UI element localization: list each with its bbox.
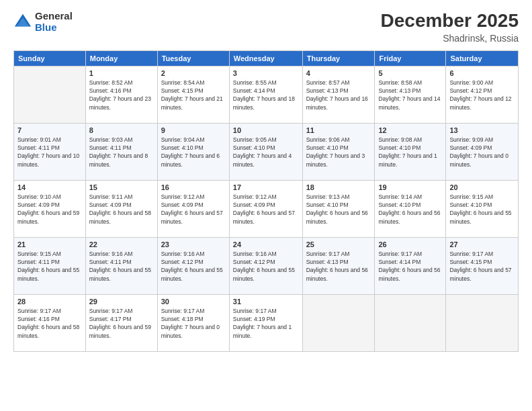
sunset-text: Sunset: 4:11 PM [89, 144, 132, 151]
cell-date-number: 20 [449, 183, 515, 191]
table-cell: 17Sunrise: 9:12 AMSunset: 4:09 PMDayligh… [229, 180, 302, 237]
cell-detail: Sunrise: 8:52 AMSunset: 4:16 PMDaylight:… [89, 79, 154, 111]
sunrise-text: Sunrise: 8:55 AM [233, 79, 277, 86]
sunset-text: Sunset: 4:11 PM [17, 144, 60, 151]
table-cell: 14Sunrise: 9:10 AMSunset: 4:09 PMDayligh… [14, 180, 86, 237]
daylight-text: Daylight: 7 hours and 14 minutes. [378, 95, 440, 110]
daylight-text: Daylight: 6 hours and 57 minutes. [233, 210, 295, 224]
table-cell: 13Sunrise: 9:09 AMSunset: 4:09 PMDayligh… [446, 123, 519, 180]
cell-date-number: 29 [89, 298, 154, 306]
cell-detail: Sunrise: 9:13 AMSunset: 4:10 PMDaylight:… [306, 193, 371, 226]
sunset-text: Sunset: 4:13 PM [306, 259, 349, 265]
cell-date-number: 7 [17, 126, 82, 134]
cell-detail: Sunrise: 9:01 AMSunset: 4:11 PMDaylight:… [17, 136, 82, 169]
cell-date-number: 16 [161, 183, 226, 191]
cell-date-number: 2 [161, 69, 226, 77]
daylight-text: Daylight: 6 hours and 59 minutes. [17, 210, 79, 224]
table-cell [302, 294, 375, 351]
daylight-text: Daylight: 7 hours and 16 minutes. [306, 95, 368, 110]
sunrise-text: Sunrise: 8:54 AM [161, 79, 205, 86]
daylight-text: Daylight: 7 hours and 10 minutes. [17, 152, 79, 167]
table-cell: 28Sunrise: 9:17 AMSunset: 4:16 PMDayligh… [14, 294, 86, 351]
cell-date-number: 24 [233, 240, 299, 248]
table-cell [14, 66, 86, 123]
sunset-text: Sunset: 4:19 PM [233, 316, 275, 322]
sunrise-text: Sunrise: 9:01 AM [17, 136, 61, 143]
cell-date-number: 4 [306, 69, 371, 77]
sunrise-text: Sunrise: 9:10 AM [17, 193, 61, 200]
cell-detail: Sunrise: 9:17 AMSunset: 4:17 PMDaylight:… [89, 307, 154, 340]
sunset-text: Sunset: 4:13 PM [306, 87, 349, 94]
sunrise-text: Sunrise: 9:05 AM [233, 136, 277, 143]
daylight-text: Daylight: 7 hours and 1 minute. [233, 324, 292, 338]
sunrise-text: Sunrise: 9:17 AM [89, 308, 133, 314]
cell-date-number: 17 [233, 183, 299, 191]
daylight-text: Daylight: 6 hours and 56 minutes. [306, 267, 368, 281]
col-sunday: Sunday [14, 50, 86, 66]
col-saturday: Saturday [446, 50, 519, 66]
cell-detail: Sunrise: 9:16 AMSunset: 4:12 PMDaylight:… [233, 250, 299, 283]
table-cell: 16Sunrise: 9:12 AMSunset: 4:09 PMDayligh… [157, 180, 229, 237]
cell-date-number: 26 [378, 240, 442, 248]
sunset-text: Sunset: 4:10 PM [449, 201, 492, 208]
daylight-text: Daylight: 6 hours and 56 minutes. [306, 210, 368, 224]
cell-date-number: 5 [378, 69, 442, 77]
sunrise-text: Sunrise: 9:04 AM [161, 136, 205, 143]
sunset-text: Sunset: 4:09 PM [233, 201, 275, 208]
logo-text: General Blue [35, 11, 73, 33]
table-cell: 5Sunrise: 8:58 AMSunset: 4:13 PMDaylight… [375, 66, 446, 123]
sunset-text: Sunset: 4:10 PM [233, 144, 275, 151]
cell-date-number: 10 [233, 126, 299, 134]
table-cell: 11Sunrise: 9:06 AMSunset: 4:10 PMDayligh… [302, 123, 375, 180]
cell-date-number: 14 [17, 183, 82, 191]
sunrise-text: Sunrise: 9:12 AM [161, 193, 205, 200]
sunset-text: Sunset: 4:12 PM [449, 87, 492, 94]
sunrise-text: Sunrise: 9:17 AM [233, 308, 277, 314]
table-cell: 22Sunrise: 9:16 AMSunset: 4:11 PMDayligh… [85, 237, 157, 294]
sunrise-text: Sunrise: 9:17 AM [378, 250, 422, 257]
table-cell: 31Sunrise: 9:17 AMSunset: 4:19 PMDayligh… [229, 294, 302, 351]
daylight-text: Daylight: 6 hours and 55 minutes. [89, 267, 151, 281]
daylight-text: Daylight: 7 hours and 1 minute. [378, 152, 437, 167]
cell-date-number: 13 [449, 126, 515, 134]
sunrise-text: Sunrise: 9:08 AM [378, 136, 422, 143]
sunrise-text: Sunrise: 9:03 AM [89, 136, 133, 143]
sunrise-text: Sunrise: 8:52 AM [89, 79, 133, 86]
cell-detail: Sunrise: 9:11 AMSunset: 4:09 PMDaylight:… [89, 193, 154, 226]
week-row-4: 21Sunrise: 9:15 AMSunset: 4:11 PMDayligh… [14, 237, 519, 294]
daylight-text: Daylight: 6 hours and 55 minutes. [17, 267, 79, 281]
table-cell: 3Sunrise: 8:55 AMSunset: 4:14 PMDaylight… [229, 66, 302, 123]
table-cell: 12Sunrise: 9:08 AMSunset: 4:10 PMDayligh… [375, 123, 446, 180]
week-row-5: 28Sunrise: 9:17 AMSunset: 4:16 PMDayligh… [14, 294, 519, 351]
table-cell: 1Sunrise: 8:52 AMSunset: 4:16 PMDaylight… [85, 66, 157, 123]
cell-date-number: 19 [378, 183, 442, 191]
table-cell: 2Sunrise: 8:54 AMSunset: 4:15 PMDaylight… [157, 66, 229, 123]
sunrise-text: Sunrise: 9:09 AM [449, 136, 493, 143]
cell-detail: Sunrise: 9:16 AMSunset: 4:11 PMDaylight:… [89, 250, 154, 283]
cell-detail: Sunrise: 9:14 AMSunset: 4:10 PMDaylight:… [378, 193, 442, 226]
cell-detail: Sunrise: 9:10 AMSunset: 4:09 PMDaylight:… [17, 193, 82, 226]
sunset-text: Sunset: 4:10 PM [306, 201, 349, 208]
sunrise-text: Sunrise: 8:57 AM [306, 79, 350, 86]
logo-general-text: General [35, 11, 73, 22]
table-cell: 18Sunrise: 9:13 AMSunset: 4:10 PMDayligh… [302, 180, 375, 237]
table-cell: 6Sunrise: 9:00 AMSunset: 4:12 PMDaylight… [446, 66, 519, 123]
cell-detail: Sunrise: 9:03 AMSunset: 4:11 PMDaylight:… [89, 136, 154, 169]
sunrise-text: Sunrise: 9:16 AM [161, 250, 205, 257]
daylight-text: Daylight: 6 hours and 55 minutes. [449, 210, 511, 224]
sunrise-text: Sunrise: 9:17 AM [306, 250, 350, 257]
logo-blue-text: Blue [35, 22, 73, 34]
sunrise-text: Sunrise: 9:17 AM [449, 250, 493, 257]
cell-date-number: 11 [306, 126, 371, 134]
sunset-text: Sunset: 4:15 PM [161, 87, 204, 94]
week-row-3: 14Sunrise: 9:10 AMSunset: 4:09 PMDayligh… [14, 180, 519, 237]
location-subtitle: Shadrinsk, Russia [381, 33, 519, 44]
sunset-text: Sunset: 4:17 PM [89, 316, 132, 322]
table-cell: 9Sunrise: 9:04 AMSunset: 4:10 PMDaylight… [157, 123, 229, 180]
table-cell: 19Sunrise: 9:14 AMSunset: 4:10 PMDayligh… [375, 180, 446, 237]
cell-date-number: 25 [306, 240, 371, 248]
cell-detail: Sunrise: 9:12 AMSunset: 4:09 PMDaylight:… [233, 193, 299, 226]
cell-date-number: 18 [306, 183, 371, 191]
calendar-body: 1Sunrise: 8:52 AMSunset: 4:16 PMDaylight… [14, 66, 519, 351]
sunrise-text: Sunrise: 9:13 AM [306, 193, 350, 200]
